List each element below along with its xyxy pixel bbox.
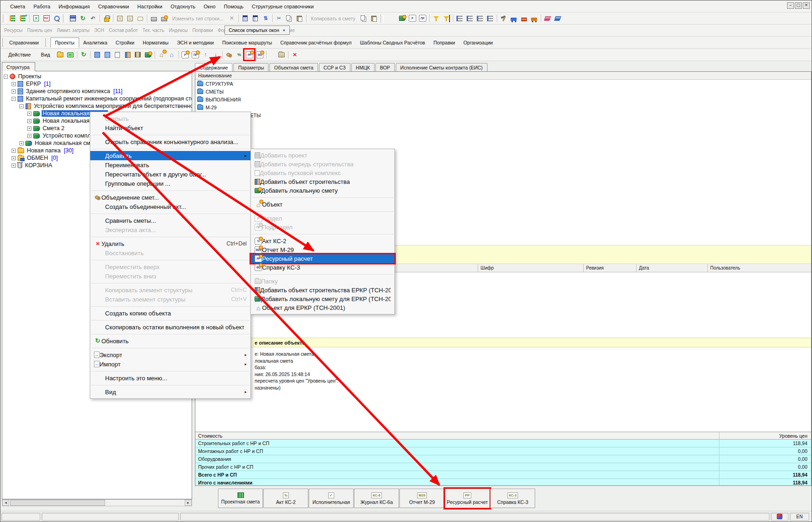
- add-complex-icon[interactable]: [112, 50, 122, 60]
- header-cell-data[interactable]: Дата: [636, 264, 707, 272]
- toolbar-button[interactable]: [541, 14, 541, 22]
- sub-papku[interactable]: Папку: [251, 277, 394, 286]
- folder-icon[interactable]: [276, 50, 286, 60]
- sub-object[interactable]: Объект: [251, 200, 394, 209]
- menu-informaciya[interactable]: Информация: [55, 0, 94, 12]
- tab-resource-calc[interactable]: РР Ресурсный расчет: [445, 489, 490, 508]
- toolbar-button[interactable]: [288, 51, 288, 59]
- cart-up-icon[interactable]: [115, 13, 125, 24]
- panel-strip-item[interactable]: Лимит. затраты: [56, 28, 89, 33]
- paste-page-icon[interactable]: [369, 13, 379, 24]
- ctx-open[interactable]: Открыть: [90, 114, 250, 123]
- scroll-left-icon[interactable]: ◄: [2, 500, 9, 506]
- close-icon[interactable]: [290, 50, 300, 60]
- ctx-copy-element[interactable]: Копировать элемент структуры Ctrl+C: [90, 285, 250, 295]
- copy-icon[interactable]: [284, 13, 294, 24]
- ctx-copy-remains[interactable]: Скопировать остатки выполнения в новый о…: [90, 322, 250, 332]
- tab-analitika[interactable]: Аналитика: [79, 38, 112, 47]
- horizontal-scrollbar[interactable]: ◄ ►: [2, 499, 192, 506]
- ctx-merged-act[interactable]: Создать объединенный акт...: [90, 202, 250, 211]
- machines-icon[interactable]: [529, 13, 539, 24]
- language-indicator[interactable]: EN: [790, 513, 809, 521]
- sub-add-object-erkr[interactable]: Добавить объект строительства ЕРКР (ТСН-…: [251, 286, 394, 295]
- cut-icon[interactable]: [274, 13, 284, 24]
- add-project-icon[interactable]: [92, 50, 102, 60]
- toolbar-button[interactable]: [77, 51, 77, 59]
- action-menu[interactable]: Действие: [3, 52, 36, 57]
- pdf-export-icon[interactable]: [41, 13, 51, 24]
- tab-executive[interactable]: ✓ Исполнительная: [309, 489, 354, 508]
- tab-proekty[interactable]: Проекты: [50, 38, 79, 48]
- toolbar-button[interactable]: [3, 14, 6, 23]
- sub-add-local-estimate[interactable]: Добавить локальную смету: [251, 186, 394, 195]
- indent-icon-2[interactable]: [465, 13, 475, 24]
- ctx-paste-element[interactable]: Вставить элемент структуры Ctrl+V: [90, 295, 250, 304]
- tree-view-icon[interactable]: [7, 13, 18, 24]
- subsection-icon[interactable]: [190, 50, 200, 60]
- section-icon[interactable]: [407, 13, 418, 24]
- minimize-button[interactable]: –: [787, 2, 794, 9]
- ctx-group-ops[interactable]: Групповые операции ...: [90, 179, 250, 188]
- toolbar-button[interactable]: [90, 51, 91, 59]
- sub-razdel[interactable]: Раздел: [251, 214, 394, 223]
- panel-strip-item[interactable]: Тех. часть: [143, 28, 164, 33]
- add-object-icon[interactable]: [133, 50, 143, 60]
- panel-strip-item[interactable]: ЭСН: [94, 28, 104, 33]
- ctx-merge[interactable]: Объединение смет...: [90, 193, 250, 202]
- menu-nastroyki[interactable]: Настройки: [133, 0, 167, 12]
- expander-icon[interactable]: −: [12, 97, 16, 101]
- indent-icon-4[interactable]: [485, 13, 495, 24]
- tab-normativy[interactable]: Нормативы: [138, 38, 173, 47]
- tab-report-m29[interactable]: М29 Отчет М-29: [400, 489, 444, 508]
- tab-organizacii[interactable]: Организации: [459, 38, 497, 47]
- tab-project-estimate[interactable]: Проектная смета: [218, 489, 263, 508]
- toolbar-button[interactable]: [113, 14, 113, 22]
- ctx-expertiza[interactable]: Экспертиза акта...: [90, 225, 250, 234]
- sub-add-project[interactable]: Добавить проект: [251, 151, 394, 160]
- scrollbar-thumb[interactable]: [10, 500, 105, 506]
- sub-add-construction-object[interactable]: Добавить объект строительства: [251, 177, 394, 186]
- collapse-icon[interactable]: [65, 50, 75, 60]
- expander-icon[interactable]: +: [12, 164, 16, 168]
- scroll-right-icon[interactable]: ►: [185, 500, 192, 506]
- ctx-move-up[interactable]: Переместить вверх: [90, 262, 250, 271]
- list-item[interactable]: РЕСУРСНЫЕ РАСЧЕТЫ: [195, 111, 811, 119]
- tab-shablony[interactable]: Шаблоны Сводных Расчётов: [356, 38, 429, 47]
- toolbar-button[interactable]: [29, 14, 30, 22]
- expander-icon[interactable]: +: [12, 89, 16, 94]
- panel-strip-item[interactable]: Панель цен: [27, 28, 52, 33]
- spravka-ks3-icon[interactable]: [255, 50, 264, 60]
- tab-stroyki[interactable]: Стройки: [112, 38, 138, 47]
- ctx-view[interactable]: Вид ▸: [90, 387, 250, 396]
- toolbar-button[interactable]: [306, 14, 306, 22]
- menu-pomosch[interactable]: Помощь: [220, 0, 248, 12]
- toolbar-button[interactable]: [222, 51, 223, 59]
- ctx-import[interactable]: Импорт ▸: [90, 359, 250, 369]
- layers-blue-icon[interactable]: [553, 13, 563, 24]
- maximize-button[interactable]: ▢: [795, 2, 802, 9]
- paste-icon[interactable]: [294, 13, 305, 24]
- panel-strip-item[interactable]: Поправки: [192, 28, 213, 33]
- expander-icon[interactable]: +: [27, 112, 31, 116]
- keyboard-layout-icon[interactable]: [777, 514, 782, 519]
- section-icon[interactable]: [180, 50, 190, 60]
- indent-icon-3[interactable]: [475, 13, 485, 24]
- save-icon[interactable]: [68, 13, 78, 24]
- toolbar-button[interactable]: [268, 55, 276, 55]
- tree-add-icon[interactable]: [18, 13, 28, 24]
- print-settings-icon[interactable]: [159, 13, 169, 24]
- submenu-item-resource-calc[interactable]: Ресурсный расчет: [251, 254, 394, 263]
- sub-spravka-ks3[interactable]: Справку КС-3: [251, 263, 394, 272]
- ctx-move-down[interactable]: Переместить вниз: [90, 271, 250, 281]
- sub-report-m29[interactable]: Отчет М-29: [251, 245, 394, 254]
- close-gray-icon[interactable]: [227, 13, 237, 24]
- toolbar-button[interactable]: [155, 51, 155, 59]
- ctx-open-spravochnik[interactable]: Открыть справочник конъюнктурного анализ…: [90, 137, 250, 146]
- search-icon[interactable]: [51, 13, 62, 24]
- ctx-compare[interactable]: Сравнить сметы...: [90, 216, 250, 225]
- expander-icon[interactable]: +: [27, 119, 31, 123]
- filter-edit-icon[interactable]: [441, 13, 451, 24]
- ctx-restore[interactable]: Восстановить: [90, 248, 250, 258]
- lock-icon[interactable]: [101, 13, 112, 24]
- refresh-icon[interactable]: [78, 13, 88, 24]
